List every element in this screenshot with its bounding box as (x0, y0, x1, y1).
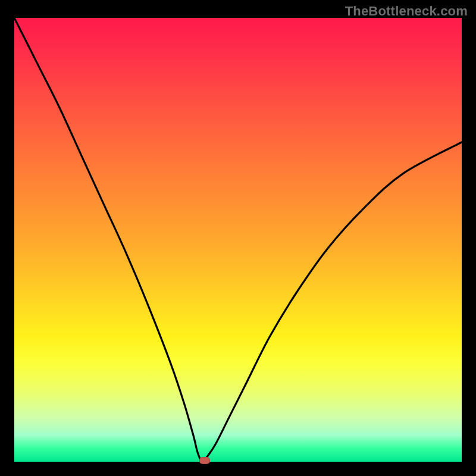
chart-frame: TheBottleneck.com (0, 0, 476, 476)
watermark-text: TheBottleneck.com (345, 4, 468, 19)
bottleneck-curve (14, 18, 462, 462)
curve-path (14, 18, 462, 462)
plot-area (14, 18, 462, 462)
optimal-point-marker (199, 457, 210, 464)
